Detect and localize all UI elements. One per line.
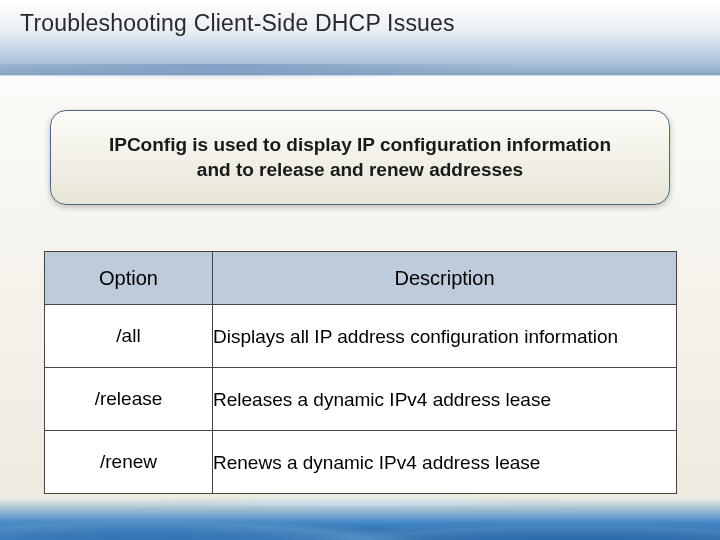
table-row: /all Displays all IP address configurati…	[45, 305, 677, 368]
slide: Troubleshooting Client-Side DHCP Issues …	[0, 0, 720, 540]
option-cell: /release	[45, 368, 213, 431]
description-cell: Renews a dynamic IPv4 address lease	[213, 431, 677, 494]
description-cell: Displays all IP address configuration in…	[213, 305, 677, 368]
table-row: /renew Renews a dynamic IPv4 address lea…	[45, 431, 677, 494]
callout-box: IPConfig is used to display IP configura…	[50, 110, 670, 205]
callout-text: IPConfig is used to display IP configura…	[91, 133, 629, 182]
footer-decoration	[0, 498, 720, 540]
option-cell: /all	[45, 305, 213, 368]
header-option: Option	[45, 252, 213, 305]
option-cell: /renew	[45, 431, 213, 494]
slide-title: Troubleshooting Client-Side DHCP Issues	[20, 10, 700, 37]
description-cell: Releases a dynamic IPv4 address lease	[213, 368, 677, 431]
header-description: Description	[213, 252, 677, 305]
options-table: Option Description /all Displays all IP …	[44, 251, 677, 494]
title-bar: Troubleshooting Client-Side DHCP Issues	[0, 0, 720, 76]
table-header-row: Option Description	[45, 252, 677, 305]
table-row: /release Releases a dynamic IPv4 address…	[45, 368, 677, 431]
